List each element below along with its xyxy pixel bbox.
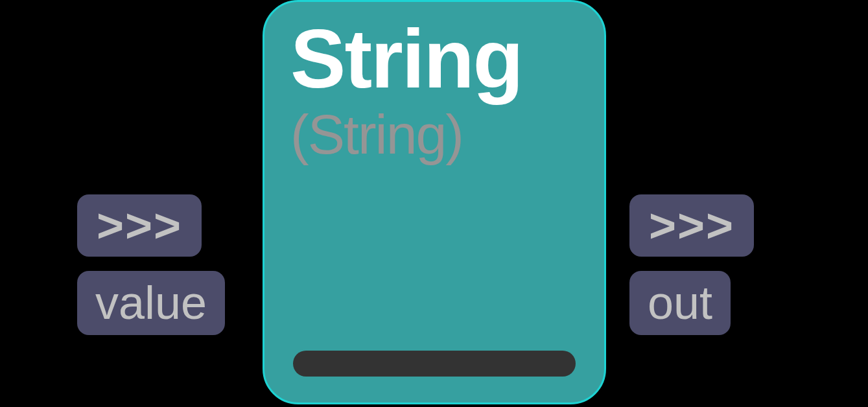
- input-port-label: value: [95, 277, 207, 329]
- output-port-label: out: [648, 277, 712, 329]
- exec-flow-icon: >>>: [649, 200, 734, 251]
- output-out-port[interactable]: out: [629, 271, 731, 335]
- node-value-input[interactable]: [293, 351, 576, 377]
- node-subtitle: (String): [290, 106, 578, 162]
- string-node[interactable]: String (String): [263, 0, 606, 404]
- input-exec-port[interactable]: >>>: [77, 194, 202, 257]
- node-title: String: [290, 14, 578, 105]
- exec-flow-icon: >>>: [97, 200, 182, 251]
- input-port-group: >>> value: [77, 194, 225, 335]
- output-port-group: >>> out: [629, 194, 754, 335]
- output-exec-port[interactable]: >>>: [629, 194, 754, 257]
- input-value-port[interactable]: value: [77, 271, 225, 335]
